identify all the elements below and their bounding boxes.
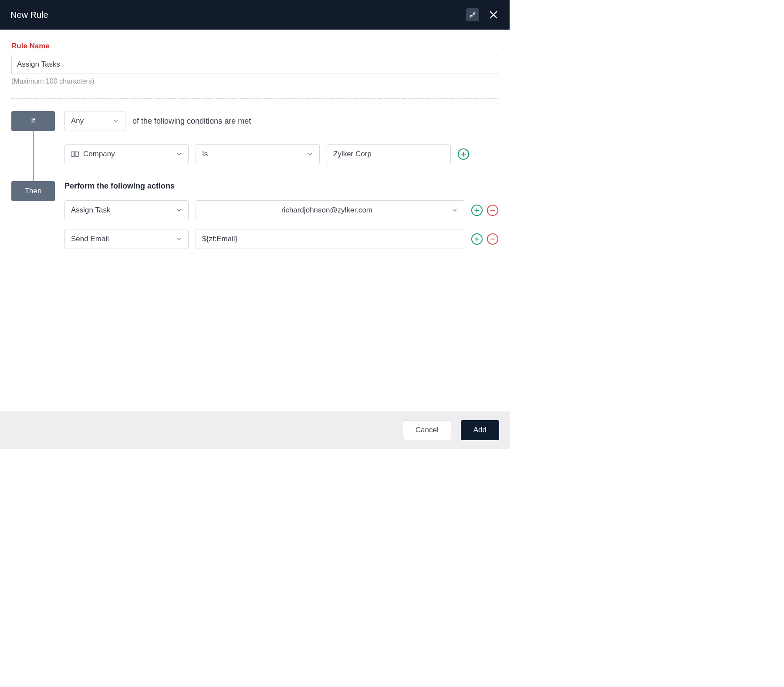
plus-icon xyxy=(474,207,480,213)
add-button[interactable]: Add xyxy=(461,420,499,440)
flow-connector-line xyxy=(33,131,34,181)
minimize-icon xyxy=(469,11,476,18)
remove-action-button[interactable] xyxy=(487,205,498,216)
condition-field-value: Company xyxy=(83,150,115,158)
if-tag: If xyxy=(11,111,55,131)
add-condition-button[interactable] xyxy=(458,148,469,160)
add-button-label: Add xyxy=(473,426,487,434)
action-value: richardjohnson@zylker.com xyxy=(202,206,452,215)
then-tag: Then xyxy=(11,181,55,201)
close-icon xyxy=(489,10,498,20)
dialog-title: New Rule xyxy=(10,10,48,20)
plus-icon xyxy=(460,151,466,157)
plus-icon xyxy=(474,236,480,242)
action-value-select[interactable]: richardjohnson@zylker.com xyxy=(196,200,464,220)
cancel-button-label: Cancel xyxy=(416,426,439,434)
svg-rect-0 xyxy=(71,152,74,157)
action-value-input[interactable] xyxy=(196,229,464,249)
rule-name-hint: (Maximum 100 characters) xyxy=(11,77,498,85)
close-button[interactable] xyxy=(488,9,499,20)
chevron-down-icon xyxy=(307,151,313,157)
action-type-value: Assign Task xyxy=(71,206,110,215)
svg-rect-1 xyxy=(75,152,79,157)
minus-icon xyxy=(490,236,496,242)
remove-action-button[interactable] xyxy=(487,233,498,245)
add-action-button[interactable] xyxy=(471,233,483,245)
action-type-value: Send Email xyxy=(71,235,109,243)
condition-operator-select[interactable]: Is xyxy=(196,144,320,164)
chevron-down-icon xyxy=(176,236,182,242)
text-field-icon xyxy=(71,151,79,157)
condition-value-input[interactable] xyxy=(327,144,451,164)
condition-match-suffix: of the following conditions are met xyxy=(132,117,251,126)
minimize-button[interactable] xyxy=(466,8,479,21)
dialog-header: New Rule xyxy=(0,0,510,30)
chevron-down-icon xyxy=(176,151,182,157)
chevron-down-icon xyxy=(176,207,182,213)
minus-icon xyxy=(490,207,496,213)
chevron-down-icon xyxy=(113,118,119,124)
rule-name-label: Rule Name xyxy=(11,42,498,51)
rule-body: Any of the following conditions are met xyxy=(55,111,498,258)
rule-name-input[interactable] xyxy=(11,55,498,74)
flow-tags-column: If Then xyxy=(11,111,55,258)
dialog-content: Rule Name (Maximum 100 characters) If Th… xyxy=(0,30,510,258)
action-type-select[interactable]: Assign Task xyxy=(64,200,189,220)
chevron-down-icon xyxy=(452,207,458,213)
cancel-button[interactable]: Cancel xyxy=(403,420,451,440)
condition-match-select[interactable]: Any xyxy=(64,111,125,131)
dialog-footer: Cancel Add xyxy=(0,411,510,449)
actions-section-title: Perform the following actions xyxy=(64,182,498,191)
condition-field-select[interactable]: Company xyxy=(64,144,189,164)
header-actions xyxy=(466,8,499,21)
condition-operator-value: Is xyxy=(202,150,208,158)
action-type-select[interactable]: Send Email xyxy=(64,229,189,249)
add-action-button[interactable] xyxy=(471,205,483,216)
section-divider xyxy=(11,98,498,99)
condition-match-value: Any xyxy=(71,117,84,125)
